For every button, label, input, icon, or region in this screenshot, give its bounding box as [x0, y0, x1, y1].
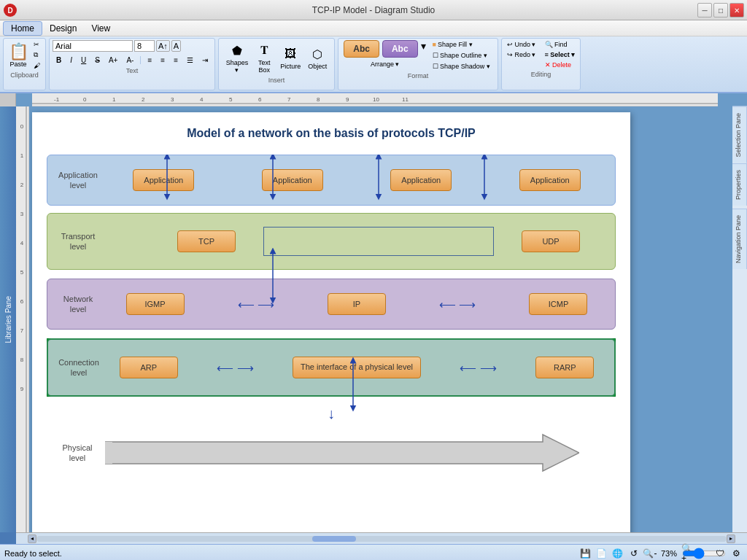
- proto-udp[interactable]: UDP: [522, 230, 580, 252]
- app-icon: D: [3, 3, 18, 18]
- doc-icon-button[interactable]: 📄: [595, 547, 608, 560]
- shape-style-expand[interactable]: ▾: [421, 40, 426, 58]
- cut-button[interactable]: ✂: [31, 40, 42, 49]
- zoom-out-button[interactable]: 🔍-: [643, 547, 657, 560]
- align-left-button[interactable]: ≡: [144, 55, 155, 66]
- editing-label: Editing: [531, 71, 551, 78]
- libraries-pane-toggle[interactable]: Libraries Pane: [0, 106, 16, 532]
- shapes-button[interactable]: ⬟ Shapes ▾: [223, 40, 252, 75]
- close-button[interactable]: ✕: [729, 3, 744, 18]
- zoom-level: 73%: [659, 549, 678, 558]
- zoom-slider[interactable]: [697, 547, 711, 560]
- svg-text:2: 2: [20, 182, 24, 188]
- ruler-vertical: 0 1 2 3 4 5 6 7 8 9: [16, 106, 29, 532]
- svg-text:0: 0: [20, 123, 24, 130]
- proto-application-1[interactable]: Application: [133, 169, 194, 191]
- horizontal-scrollbar: ◂ ▸: [16, 532, 747, 544]
- network-layer: Networklevel IGMP ⟵ ⟶ IP ⟵ ⟶ ICMP: [47, 279, 616, 330]
- find-button[interactable]: 🔍 Find: [543, 40, 578, 49]
- align-center-button[interactable]: ≡: [157, 55, 169, 66]
- menu-design[interactable]: Design: [42, 22, 84, 35]
- svg-text:0: 0: [83, 96, 87, 103]
- shield-icon-button[interactable]: 🛡: [713, 547, 727, 560]
- arrow-arp-interface: ⟵ ⟶: [217, 361, 253, 375]
- svg-text:8: 8: [20, 357, 24, 363]
- redo-button[interactable]: ↪ Redo ▾: [505, 50, 538, 59]
- shape-fill-button[interactable]: ■ Shape Fill ▾: [430, 40, 492, 49]
- ribbon-group-insert: ⬟ Shapes ▾ 𝐓 Text Box 🖼 Picture ⬡ Object…: [218, 38, 335, 90]
- font-family-input[interactable]: [53, 40, 133, 52]
- proto-ip[interactable]: IP: [328, 293, 386, 315]
- shape-style-orange[interactable]: Abc: [344, 40, 379, 58]
- window-controls[interactable]: ─ □ ✕: [697, 3, 744, 18]
- shape-shadow-button[interactable]: ☐ Shape Shadow ▾: [430, 62, 492, 71]
- hscroll-thumb[interactable]: [312, 536, 356, 542]
- proto-application-4[interactable]: Application: [519, 169, 581, 191]
- align-right-button[interactable]: ≡: [170, 55, 182, 66]
- copy-button[interactable]: ⧉: [31, 50, 42, 60]
- menu-view[interactable]: View: [84, 22, 117, 35]
- arrow-interface-rarp: ⟵ ⟶: [460, 361, 496, 375]
- hscroll-track[interactable]: [36, 536, 727, 542]
- proto-rarp[interactable]: RARP: [535, 357, 594, 378]
- navigation-pane-tab[interactable]: Navigation Pane: [732, 209, 747, 269]
- svg-text:10: 10: [373, 96, 379, 103]
- svg-text:9: 9: [20, 386, 24, 392]
- statusbar: Ready to select. 💾 📄 🌐 ↺ 🔍- 73% 🔍+ 🛡 ⚙: [0, 544, 747, 560]
- font-color-button[interactable]: A: [171, 40, 181, 52]
- underline-button[interactable]: U: [77, 55, 90, 66]
- svg-text:5: 5: [229, 96, 233, 103]
- svg-text:7: 7: [287, 96, 291, 103]
- indent-button[interactable]: ⇥: [198, 55, 212, 66]
- italic-button[interactable]: I: [66, 55, 76, 66]
- decrease-size-button[interactable]: A-: [123, 55, 137, 66]
- bold-button[interactable]: B: [53, 55, 65, 66]
- svg-text:8: 8: [317, 96, 320, 103]
- main-area: Libraries Pane 0 1 2 3 4 5 6 7 8 9 Model…: [0, 106, 747, 532]
- globe-icon-button[interactable]: 🌐: [611, 547, 624, 560]
- shape-style-purple[interactable]: Abc: [382, 40, 418, 58]
- status-message: Ready to select.: [4, 549, 62, 558]
- svg-text:1: 1: [20, 152, 24, 159]
- ruler-corner-right: [732, 93, 747, 106]
- properties-pane-tab[interactable]: Properties: [732, 163, 747, 206]
- svg-text:4: 4: [200, 96, 204, 103]
- object-button[interactable]: ⬡ Object: [305, 44, 330, 71]
- settings-icon-button[interactable]: ⚙: [729, 547, 743, 560]
- format-painter-button[interactable]: 🖌: [31, 61, 42, 70]
- proto-arp[interactable]: ARP: [120, 357, 178, 378]
- svg-text:4: 4: [20, 240, 24, 246]
- selection-pane-tab[interactable]: Selection Pane: [732, 106, 747, 163]
- select-button[interactable]: ≡ Select ▾: [543, 50, 578, 59]
- network-layer-label: Networklevel: [53, 294, 103, 315]
- proto-igmp[interactable]: IGMP: [126, 293, 185, 315]
- arrange-button[interactable]: Arrange▾: [368, 59, 402, 69]
- shape-outline-button[interactable]: ☐ Shape Outline ▾: [430, 51, 492, 60]
- ruler-horizontal-container: -1 0 1 2 3 4 5 6 7 8 9 10 11: [0, 93, 747, 106]
- font-size-input[interactable]: [134, 40, 155, 52]
- maximize-button[interactable]: □: [713, 3, 728, 18]
- proto-tcp[interactable]: TCP: [177, 230, 236, 252]
- svg-text:1: 1: [112, 96, 116, 103]
- proto-icmp[interactable]: ICMP: [529, 293, 587, 315]
- menu-home[interactable]: Home: [3, 21, 42, 36]
- refresh-icon-button[interactable]: ↺: [627, 547, 640, 560]
- scroll-left-button[interactable]: ◂: [28, 534, 36, 543]
- diagram-page: Model of a network on the basis of proto…: [32, 112, 630, 532]
- proto-application-2[interactable]: Application: [262, 169, 323, 191]
- proto-application-3[interactable]: Application: [390, 169, 452, 191]
- picture-button[interactable]: 🖼 Picture: [277, 44, 303, 71]
- minimize-button[interactable]: ─: [697, 3, 712, 18]
- scroll-right-button[interactable]: ▸: [727, 534, 735, 543]
- increase-size-button[interactable]: A+: [105, 55, 122, 66]
- textbox-button[interactable]: 𝐓 Text Box: [252, 40, 276, 75]
- save-icon-button[interactable]: 💾: [579, 547, 592, 560]
- svg-text:11: 11: [402, 96, 409, 103]
- increase-font-button[interactable]: A↑: [156, 40, 170, 52]
- delete-button[interactable]: ✕ Delete: [543, 61, 578, 69]
- justify-button[interactable]: ☰: [183, 55, 197, 66]
- undo-button[interactable]: ↩ Undo ▾: [505, 40, 538, 49]
- proto-interface[interactable]: The interface of a physical level: [293, 357, 421, 378]
- strikethrough-button[interactable]: S: [91, 55, 104, 66]
- paste-button[interactable]: 📋 Paste: [7, 42, 30, 69]
